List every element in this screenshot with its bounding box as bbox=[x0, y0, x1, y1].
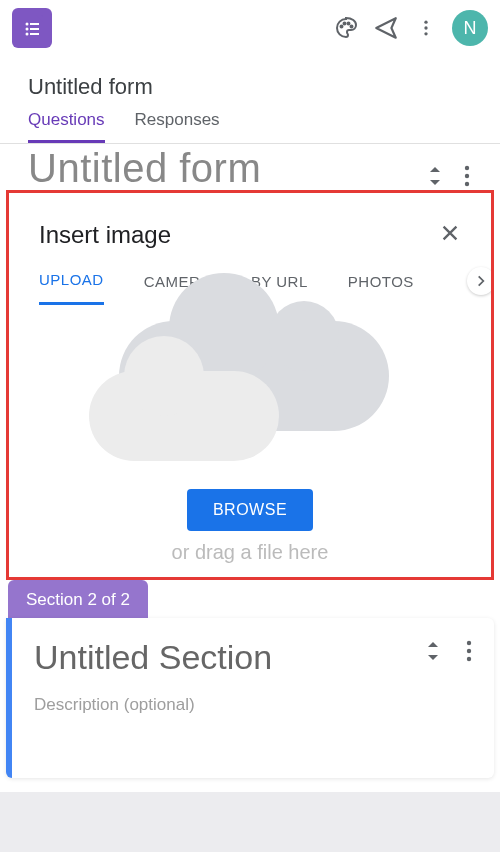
section-collapse-icon[interactable] bbox=[426, 640, 440, 666]
form-title[interactable]: Untitled form bbox=[0, 144, 500, 191]
svg-point-16 bbox=[465, 182, 469, 186]
section-description[interactable]: Description (optional) bbox=[34, 695, 472, 715]
svg-rect-4 bbox=[30, 28, 39, 30]
insert-image-modal: Insert image UPLOAD CAMERA BY URL PHOTOS… bbox=[6, 190, 494, 580]
bottom-toolbar bbox=[0, 792, 500, 852]
svg-point-18 bbox=[467, 649, 471, 653]
svg-point-3 bbox=[26, 28, 29, 31]
tab-photos[interactable]: PHOTOS bbox=[348, 273, 414, 304]
svg-point-17 bbox=[467, 641, 471, 645]
avatar[interactable]: N bbox=[452, 10, 488, 46]
send-icon[interactable] bbox=[366, 8, 406, 48]
svg-point-19 bbox=[467, 657, 471, 661]
palette-icon[interactable] bbox=[326, 8, 366, 48]
browse-button[interactable]: BROWSE bbox=[187, 489, 313, 531]
upload-dropzone[interactable]: BROWSE or drag a file here bbox=[9, 305, 491, 564]
svg-point-15 bbox=[465, 174, 469, 178]
modal-title: Insert image bbox=[39, 221, 171, 249]
svg-point-12 bbox=[424, 26, 427, 29]
drag-hint: or drag a file here bbox=[9, 541, 491, 564]
more-icon[interactable] bbox=[406, 8, 446, 48]
svg-point-13 bbox=[424, 32, 427, 35]
tab-responses[interactable]: Responses bbox=[135, 110, 220, 143]
tab-upload[interactable]: UPLOAD bbox=[39, 271, 104, 305]
svg-point-10 bbox=[351, 26, 353, 28]
collapse-icon[interactable] bbox=[428, 165, 442, 187]
doc-title[interactable]: Untitled form bbox=[0, 56, 500, 110]
svg-rect-6 bbox=[30, 33, 39, 35]
svg-point-7 bbox=[341, 26, 343, 28]
cloud-illustration bbox=[9, 311, 491, 461]
section1-more-icon[interactable] bbox=[464, 165, 470, 187]
section-chip: Section 2 of 2 bbox=[8, 580, 148, 620]
svg-point-8 bbox=[344, 23, 346, 25]
tab-questions[interactable]: Questions bbox=[28, 110, 105, 143]
svg-point-11 bbox=[424, 21, 427, 24]
svg-point-5 bbox=[26, 33, 29, 36]
close-icon[interactable] bbox=[439, 222, 461, 248]
forms-app-icon[interactable] bbox=[12, 8, 52, 48]
svg-point-1 bbox=[26, 23, 29, 26]
section-2-card[interactable]: Untitled Section Description (optional) bbox=[6, 618, 494, 778]
section-more-icon[interactable] bbox=[466, 640, 472, 666]
svg-rect-2 bbox=[30, 23, 39, 25]
scroll-right-icon[interactable] bbox=[467, 267, 494, 295]
section-title[interactable]: Untitled Section bbox=[34, 638, 472, 677]
svg-point-14 bbox=[465, 166, 469, 170]
svg-point-9 bbox=[348, 23, 350, 25]
